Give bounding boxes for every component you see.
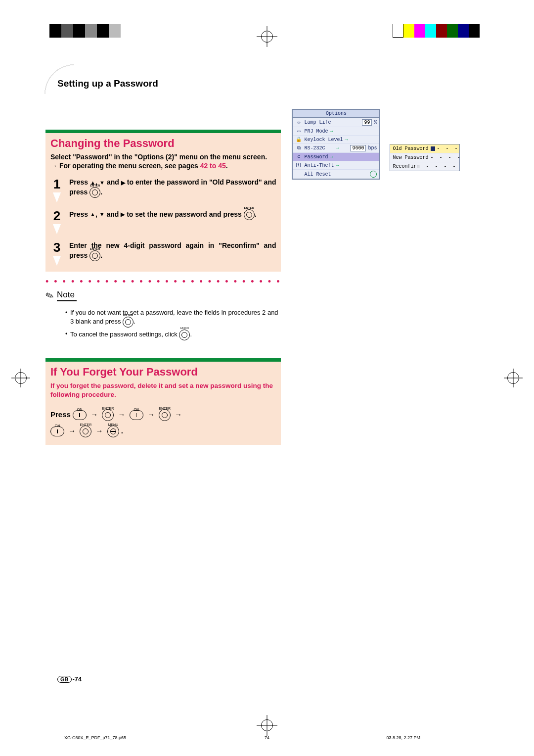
note-body: If you do not want to set a password, le…: [45, 308, 281, 341]
forgot-intro: If you forget the password, delete it an…: [50, 381, 276, 399]
note-icon: ✎: [44, 288, 55, 302]
crosshair-icon: [507, 372, 519, 384]
down-arrow-icon: [53, 224, 61, 234]
page-number: GB-74: [57, 675, 82, 683]
right-triangle-icon: [121, 178, 125, 186]
section-changing-password: Changing the Password Select "Password" …: [45, 133, 281, 272]
down-triangle-icon: [99, 178, 105, 186]
page-section-title: Setting up a Password: [57, 74, 281, 89]
enter-button-icon: ENTER: [89, 187, 100, 198]
step-3: 3 Enter the new 4-digit password again i…: [50, 241, 276, 266]
section-forgot-password: If You Forget Your Password If you forge…: [45, 362, 281, 445]
heading-forgot-password: If You Forget Your Password: [50, 366, 276, 378]
undo-button-icon: UNDO: [179, 330, 190, 340]
pw-row-reconfirm: Reconfirm- - - -: [390, 162, 459, 171]
crosshair-icon: [15, 372, 27, 384]
enter-button-icon: ENTER: [244, 209, 255, 220]
osd-row-all-reset: All Reset: [293, 169, 379, 179]
menu-button-icon: MENU: [107, 425, 119, 437]
enter-button-icon: ENTER: [80, 425, 91, 437]
down-triangle-icon: [99, 210, 105, 218]
osd-options-menu: Options ☼Lamp Life99% ▭PRJ Mode 🔒Keylock…: [292, 109, 380, 180]
osd-row-lamp-life: ☼Lamp Life99%: [293, 118, 379, 127]
print-registration-bar: [0, 24, 534, 42]
down-arrow-icon: [53, 192, 61, 202]
on-button-icon: ON: [50, 426, 64, 436]
pw-row-old: Old Password- - -: [390, 144, 459, 153]
osd-row-anti-theft: ⚿Anti-Theft: [293, 161, 379, 169]
intro-text: Select "Password" in the "Options (2)" m…: [50, 152, 276, 170]
enter-button-icon: ENTER: [89, 250, 100, 261]
separator-dots: • • • • • • • • • • • • • • • • • • • • …: [45, 277, 281, 287]
pw-row-new: New Password- - - -: [390, 153, 459, 162]
enter-button-icon: ENTER: [102, 409, 114, 421]
enter-button-icon: ENTER: [159, 409, 171, 421]
up-triangle-icon: [90, 210, 95, 218]
osd-password-panel: Old Password- - - New Password- - - - Re…: [390, 144, 460, 171]
heading-changing-password: Changing the Password: [50, 137, 276, 149]
osd-row-prj-mode: ▭PRJ Mode: [293, 127, 379, 135]
on-button-icon: ON: [130, 410, 143, 420]
note-heading: ✎ Note: [45, 290, 281, 302]
crosshair-icon: [261, 719, 273, 731]
osd-row-password: ⊂Password: [293, 152, 379, 161]
osd-row-keylock: 🔒Keylock Level: [293, 135, 379, 143]
step-1: 1 Press , and to enter the password in "…: [50, 178, 276, 202]
button-sequence: Press ON → ENTER → ON → ENTER → ON → ENT…: [50, 406, 276, 439]
enter-button-icon: ENTER: [123, 317, 134, 328]
osd-row-rs232c: ⧉RS-232C→9600bps: [293, 143, 379, 152]
divider-bar: [45, 130, 281, 133]
divider-bar: [45, 358, 281, 362]
down-arrow-icon: [53, 256, 61, 266]
on-button-icon: ON: [73, 410, 87, 420]
osd-title: Options: [293, 110, 379, 118]
reset-icon: [370, 171, 377, 178]
crosshair-icon: [261, 31, 273, 43]
step-2: 2 Press , and to set the new password an…: [50, 209, 276, 234]
